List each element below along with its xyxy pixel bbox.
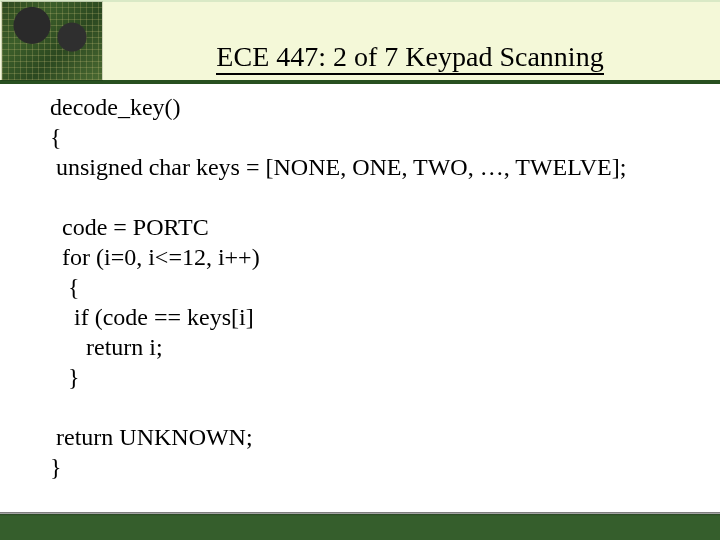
code-line: for (i=0, i<=12, i++) — [50, 244, 260, 270]
code-line: if (code == keys[i] — [50, 304, 254, 330]
code-line: return UNKNOWN; — [50, 424, 253, 450]
slide-body: decode_key() { unsigned char keys = [NON… — [0, 84, 720, 514]
title-band: ECE 447: 2 of 7 Keypad Scanning Function… — [0, 2, 720, 84]
code-line: } — [50, 454, 62, 480]
pcb-image — [2, 2, 102, 80]
code-line: { — [50, 124, 62, 150]
code-block: decode_key() { unsigned char keys = [NON… — [50, 92, 700, 482]
code-line: } — [50, 364, 80, 390]
code-line: return i; — [50, 334, 163, 360]
code-line: { — [50, 274, 80, 300]
slide-title: ECE 447: 2 of 7 Keypad Scanning Function… — [110, 6, 710, 76]
slide: ECE 447: 2 of 7 Keypad Scanning Function… — [0, 0, 720, 540]
code-line: code = PORTC — [50, 214, 209, 240]
code-line: unsigned char keys = [NONE, ONE, TWO, …,… — [50, 154, 626, 180]
code-line: decode_key() — [50, 94, 181, 120]
title-line-1: ECE 447: 2 of 7 Keypad Scanning — [216, 41, 603, 75]
footer — [0, 516, 720, 540]
